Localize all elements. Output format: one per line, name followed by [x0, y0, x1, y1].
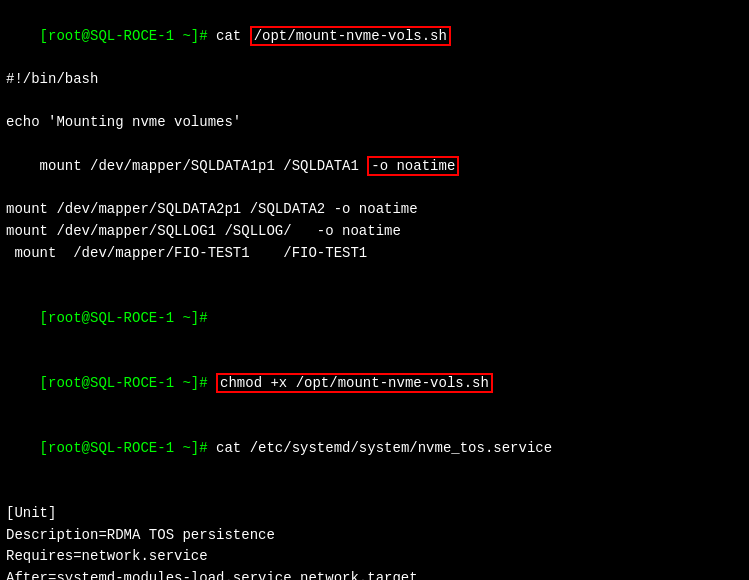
- line-mount1: mount /dev/mapper/SQLDATA1p1 /SQLDATA1 -…: [6, 134, 743, 199]
- prompt-1: [root@SQL-ROCE-1 ~]#: [40, 28, 216, 44]
- highlight-script-path: /opt/mount-nvme-vols.sh: [250, 26, 451, 46]
- line-mount3: mount /dev/mapper/SQLLOG1 /SQLLOG/ -o no…: [6, 221, 743, 243]
- line-mount2: mount /dev/mapper/SQLDATA2p1 /SQLDATA2 -…: [6, 199, 743, 221]
- empty-1: [6, 91, 743, 113]
- after: After=systemd-modules-load.service netwo…: [6, 570, 418, 580]
- line-mount4: mount /dev/mapper/FIO-TEST1 /FIO-TEST1: [6, 243, 743, 265]
- prompt-chmod: [root@SQL-ROCE-1 ~]#: [40, 375, 216, 391]
- line-description: Description=RDMA TOS persistence: [6, 525, 743, 547]
- mount4: mount /dev/mapper/FIO-TEST1 /FIO-TEST1: [6, 245, 367, 261]
- prompt-empty: [root@SQL-ROCE-1 ~]#: [40, 310, 216, 326]
- line-unit: [Unit]: [6, 503, 743, 525]
- mount3: mount /dev/mapper/SQLLOG1 /SQLLOG/ -o no…: [6, 223, 401, 239]
- unit-header: [Unit]: [6, 505, 56, 521]
- line-chmod: [root@SQL-ROCE-1 ~]# chmod +x /opt/mount…: [6, 351, 743, 416]
- terminal-window: [root@SQL-ROCE-1 ~]# cat /opt/mount-nvme…: [0, 0, 749, 580]
- line-1: [root@SQL-ROCE-1 ~]# cat /opt/mount-nvme…: [6, 4, 743, 69]
- description: Description=RDMA TOS persistence: [6, 527, 275, 543]
- line-requires: Requires=network.service: [6, 546, 743, 568]
- shebang: #!/bin/bash: [6, 71, 98, 87]
- cmd-cat: cat: [216, 28, 250, 44]
- line-cat-service: [root@SQL-ROCE-1 ~]# cat /etc/systemd/sy…: [6, 416, 743, 481]
- cmd-cat-service: cat /etc/systemd/system/nvme_tos.service: [216, 440, 552, 456]
- echo-line: echo 'Mounting nvme volumes': [6, 114, 241, 130]
- line-prompt-empty: [root@SQL-ROCE-1 ~]#: [6, 286, 743, 351]
- empty-3: [6, 481, 743, 503]
- line-shebang: #!/bin/bash: [6, 69, 743, 91]
- mount1-before: mount /dev/mapper/SQLDATA1p1 /SQLDATA1: [40, 158, 368, 174]
- highlight-chmod: chmod +x /opt/mount-nvme-vols.sh: [216, 373, 493, 393]
- mount2: mount /dev/mapper/SQLDATA2p1 /SQLDATA2 -…: [6, 201, 418, 217]
- highlight-noatime: -o noatime: [367, 156, 459, 176]
- line-after: After=systemd-modules-load.service netwo…: [6, 568, 743, 580]
- line-echo: echo 'Mounting nvme volumes': [6, 112, 743, 134]
- empty-2: [6, 264, 743, 286]
- requires: Requires=network.service: [6, 548, 208, 564]
- prompt-cat-service: [root@SQL-ROCE-1 ~]#: [40, 440, 216, 456]
